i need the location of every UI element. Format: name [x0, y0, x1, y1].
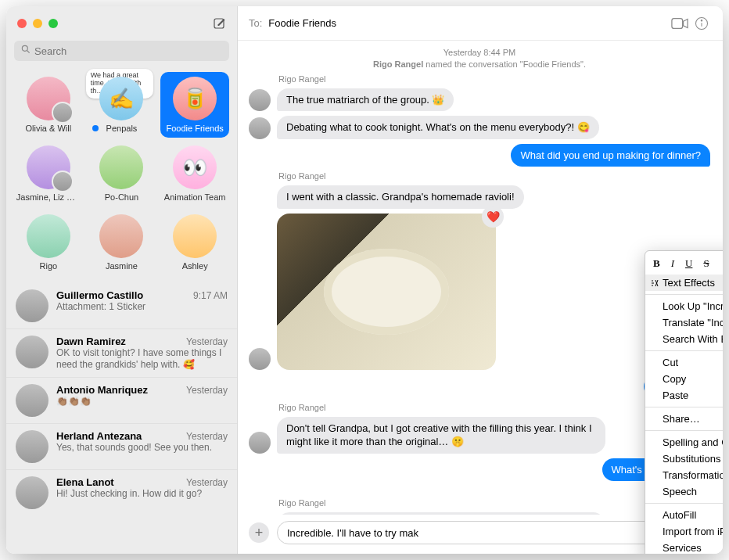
- bold-button[interactable]: B: [653, 257, 660, 270]
- pin-label: Rigo: [40, 261, 58, 271]
- message-bubble[interactable]: Add garlic to the butter, and then right…: [277, 512, 605, 515]
- pin-jasmine-liz[interactable]: Jasmine, Liz &…: [14, 141, 83, 206]
- pin-foodie-friends[interactable]: 🥫 Foodie Friends: [160, 72, 229, 138]
- app-window: Olivia & Will We had a great time. Home …: [6, 6, 723, 554]
- message-bubble[interactable]: What did you end up making for dinner?: [511, 144, 710, 167]
- avatar: [16, 430, 48, 463]
- menu-translate[interactable]: Translate "Incredible. I'll have to try……: [645, 314, 723, 331]
- sender-label: Rigo Rangel: [278, 171, 710, 181]
- preview-text: Yes, that sounds good! See you then.: [56, 442, 228, 454]
- pin-label: Jasmine: [106, 261, 138, 271]
- list-item[interactable]: Dawn RamirezYesterday OK to visit tonigh…: [6, 328, 237, 377]
- message-bubble[interactable]: Don't tell Grandpa, but I got creative w…: [277, 417, 605, 454]
- menu-substitutions[interactable]: Substitutions›: [645, 451, 723, 467]
- avatar: [16, 336, 48, 368]
- avatar: [249, 432, 271, 454]
- underline-button[interactable]: U: [685, 257, 692, 270]
- pin-ashley[interactable]: Ashley: [160, 210, 229, 275]
- avatar: [173, 214, 217, 258]
- message-out: What's your secret?: [249, 458, 710, 482]
- menu-label: Search With Ecosia: [663, 333, 723, 345]
- pin-jasmine[interactable]: Jasmine: [88, 210, 156, 275]
- system-event: Rigo Rangel named the conversation "Food…: [249, 59, 710, 70]
- message-in: The true matriarch of the group. 👑: [249, 88, 710, 112]
- message-bubble[interactable]: I went with a classic. Grandpa's homemad…: [277, 185, 524, 209]
- svg-rect-2: [672, 18, 683, 28]
- menu-services[interactable]: Services›: [645, 540, 723, 554]
- pin-label: Penpals: [106, 124, 138, 133]
- heart-tapback-icon[interactable]: ❤️: [482, 206, 504, 228]
- list-item[interactable]: Herland AntezanaYesterday Yes, that soun…: [6, 423, 237, 469]
- to-name: Foodie Friends: [268, 17, 336, 29]
- chat-header: To: Foodie Friends: [238, 6, 723, 41]
- text-effects-icon: [650, 278, 659, 288]
- pin-label: Animation Team: [164, 192, 226, 202]
- avatar: ✍️: [99, 77, 143, 120]
- system-timestamp: Yesterday 8:44 PM: [249, 47, 710, 59]
- pin-penpals[interactable]: We had a great time. Home with th… ✍️ Pe…: [88, 72, 156, 138]
- menu-cut[interactable]: Cut: [645, 354, 723, 371]
- avatar: [249, 89, 271, 111]
- menu-transformations[interactable]: Transformations›: [645, 467, 723, 483]
- menu-lookup[interactable]: Look Up "Incredible. I'll have to try…": [645, 298, 723, 314]
- menu-share[interactable]: Share…: [645, 411, 723, 427]
- message-input[interactable]: [277, 521, 690, 544]
- chat-panel: To: Foodie Friends Yesterday 8:44 PM Rig…: [238, 6, 723, 554]
- avatar: [27, 214, 70, 258]
- message-image: ❤️: [249, 214, 710, 370]
- separator: [645, 350, 723, 351]
- pin-label: Olivia & Will: [25, 124, 71, 133]
- preview-text: Hi! Just checking in. How did it go?: [56, 488, 228, 500]
- menu-label: AutoFill: [663, 509, 696, 521]
- message-in: I went with a classic. Grandpa's homemad…: [249, 185, 710, 209]
- avatar: [99, 214, 143, 258]
- pin-pochun[interactable]: Po-Chun: [88, 141, 156, 206]
- svg-point-1: [22, 45, 27, 51]
- italic-button[interactable]: I: [671, 257, 674, 270]
- message-bubble[interactable]: Debating what to cook tonight. What's on…: [277, 116, 599, 139]
- contact-name: Herland Antezana: [56, 430, 142, 442]
- strikethrough-button[interactable]: S: [703, 257, 709, 270]
- compose-button[interactable]: [212, 16, 226, 31]
- video-call-button[interactable]: [671, 17, 688, 30]
- menu-import-from-device[interactable]: Import from iPhone or iPad›: [645, 523, 723, 540]
- separator: [645, 503, 723, 504]
- menu-autofill[interactable]: AutoFill›: [645, 507, 723, 523]
- avatar: [16, 289, 48, 322]
- menu-label: Speech: [663, 486, 697, 497]
- menu-label: Services: [663, 542, 702, 554]
- avatar: [16, 384, 48, 417]
- contact-name: Antonio Manriquez: [56, 384, 148, 396]
- menu-copy[interactable]: Copy: [645, 371, 723, 387]
- list-item[interactable]: Guillermo Castillo9:17 AM Attachment: 1 …: [6, 283, 237, 328]
- menu-label: Translate "Incredible. I'll have to try……: [663, 317, 723, 328]
- list-item[interactable]: Antonio ManriquezYesterday 👏🏽👏🏽👏🏽: [6, 377, 237, 423]
- info-button[interactable]: [695, 16, 712, 31]
- search-icon: [20, 44, 31, 55]
- menu-label: Substitutions: [663, 453, 720, 465]
- search-wrap: [6, 41, 237, 67]
- pin-olivia-will[interactable]: Olivia & Will: [14, 72, 83, 138]
- separator: [645, 407, 723, 407]
- close-window-button[interactable]: [17, 19, 27, 28]
- zoom-window-button[interactable]: [48, 19, 58, 28]
- contact-name: Dawn Ramirez: [56, 336, 126, 347]
- menu-label: Copy: [663, 373, 686, 385]
- menu-speech[interactable]: Speech›: [645, 483, 723, 500]
- message-bubble[interactable]: The true matriarch of the group. 👑: [277, 88, 454, 112]
- pin-rigo[interactable]: Rigo: [14, 210, 83, 275]
- avatar: [249, 117, 271, 139]
- sender-label: Rigo Rangel: [278, 74, 710, 84]
- pin-animation-team[interactable]: 👀 Animation Team: [160, 141, 229, 206]
- menu-spelling[interactable]: Spelling and Grammar›: [645, 434, 723, 451]
- image-attachment[interactable]: ❤️: [277, 214, 496, 370]
- menu-paste[interactable]: Paste: [645, 387, 723, 404]
- search-input[interactable]: [14, 41, 229, 61]
- list-item[interactable]: Elena LanotYesterday Hi! Just checking i…: [6, 469, 237, 515]
- menu-search-web[interactable]: Search With Ecosia: [645, 331, 723, 347]
- add-attachment-button[interactable]: +: [249, 522, 269, 543]
- menu-text-effects[interactable]: Text Effects›: [645, 275, 723, 291]
- pinned-grid: Olivia & Will We had a great time. Home …: [6, 67, 237, 283]
- menu-label: Cut: [663, 357, 678, 368]
- minimize-window-button[interactable]: [33, 19, 42, 28]
